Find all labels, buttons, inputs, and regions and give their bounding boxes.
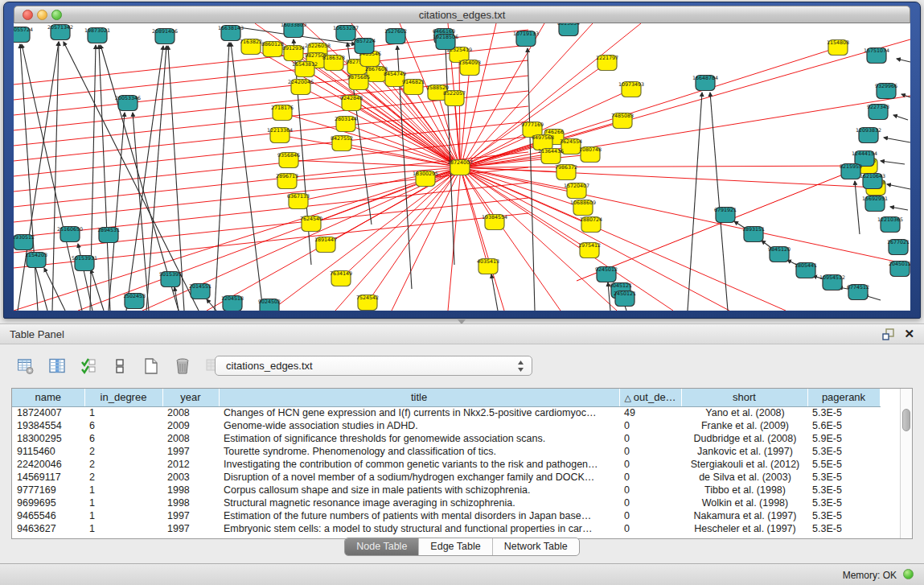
table-selector-dropdown[interactable]: citations_edges.txt (215, 356, 532, 376)
graph-node[interactable]: 21364436 (538, 148, 564, 164)
graph-node[interactable]: 18724007 (447, 159, 473, 175)
graph-node[interactable]: 9875685 (347, 74, 370, 90)
tab-network-table[interactable]: Network Table (493, 538, 579, 555)
window-titlebar[interactable]: citations_edges.txt (14, 6, 910, 23)
graph-node[interactable]: 1527602 (384, 28, 407, 44)
graph-node[interactable]: 1221797 (596, 55, 618, 71)
graph-node[interactable]: 50153931 (72, 255, 97, 271)
cell-view-icon[interactable] (109, 355, 131, 377)
graph-node[interactable]: 1805441 (795, 262, 817, 278)
graph-node[interactable]: 19384554 (482, 214, 507, 230)
graph-node[interactable]: 1080748 (579, 146, 602, 163)
tab-edge-table[interactable]: Edge Table (419, 538, 492, 555)
column-header-out_de[interactable]: △out_de… (619, 389, 681, 406)
table-row[interactable]: 1456911722003Disruption of a novel membe… (12, 471, 880, 484)
graph-node[interactable]: 7986372 (555, 164, 577, 180)
scrollbar-thumb[interactable] (902, 409, 910, 431)
graph-node[interactable]: 10719133 (513, 31, 539, 47)
graph-node[interactable]: 6791921 (714, 207, 737, 223)
column-display-icon[interactable] (46, 355, 68, 377)
graph-node[interactable]: 15720407 (564, 183, 589, 199)
column-header-year[interactable]: year (162, 389, 219, 406)
graph-node[interactable]: 8813054 (557, 23, 580, 36)
graph-node[interactable]: 16638143 (218, 25, 244, 41)
table-row[interactable]: 1872400712008Changes of HCN gene express… (12, 406, 880, 419)
graph-node[interactable]: 1154203 (25, 252, 47, 268)
graph-node[interactable]: 2896713 (276, 173, 298, 189)
graph-node[interactable]: 8522057 (443, 90, 466, 106)
graph-node[interactable]: 5015393 (159, 271, 182, 287)
graph-node[interactable]: 1893151 (742, 226, 765, 242)
create-column-icon[interactable] (140, 355, 162, 377)
graph-node[interactable]: 9024502 (258, 299, 281, 311)
graph-node[interactable]: 10954512 (819, 274, 845, 290)
graph-node[interactable]: 19873021 (84, 27, 110, 43)
delete-column-icon[interactable] (171, 355, 194, 377)
graph-node[interactable]: 12210365 (877, 216, 903, 233)
graph-node[interactable]: 7163822 (240, 39, 262, 55)
column-header-title[interactable]: title (219, 389, 619, 406)
graph-node[interactable]: 16033809 (281, 23, 306, 38)
graph-node[interactable]: 12093832 (856, 127, 881, 143)
graph-node[interactable]: 7524542 (356, 295, 379, 311)
graph-node[interactable]: 1880724 (580, 216, 602, 233)
float-panel-icon[interactable] (882, 328, 895, 341)
table-row[interactable]: 969969511998Structural magnetic resonanc… (12, 496, 880, 509)
graph-node[interactable]: 6774512 (847, 284, 869, 300)
graph-node[interactable]: 10973493 (618, 81, 644, 97)
graph-node[interactable]: 20891406 (152, 28, 178, 44)
table-row[interactable]: 911546021997Tourette syndrome. Phenomeno… (12, 445, 880, 458)
graph-node[interactable]: 15751074 (864, 47, 889, 64)
graph-node[interactable]: 15692951 (862, 196, 888, 212)
graph-node[interactable]: 19218506 (433, 34, 458, 50)
graph-node[interactable]: 2014551 (189, 283, 211, 299)
graph-node[interactable]: 2718176 (271, 105, 294, 121)
graph-node[interactable]: 8860128 (261, 41, 284, 57)
graph-node[interactable]: 9329966 (875, 83, 897, 99)
graph-node[interactable]: 7857224 (353, 38, 376, 54)
graph-node[interactable]: 1364093 (458, 60, 481, 76)
table-mode-icon[interactable] (14, 355, 37, 377)
graph-node[interactable]: 9845120 (768, 246, 791, 262)
graph-node[interactable]: 18300295 (413, 171, 438, 187)
graph-node[interactable]: 8186328 (322, 55, 345, 71)
table-row[interactable]: 2242004622012Investigating the contribut… (12, 458, 880, 471)
row-selection-icon[interactable] (77, 355, 100, 377)
graph-node[interactable]: 22420046 (288, 79, 314, 95)
column-header-name[interactable]: name (12, 389, 84, 406)
graph-node[interactable]: 1154808 (827, 39, 849, 56)
table-vertical-scrollbar[interactable] (900, 389, 912, 538)
graph-node[interactable]: 7634149 (330, 270, 352, 286)
graph-node[interactable]: 2803144 (335, 116, 357, 132)
table-row[interactable]: 946554611997Estimation of the future num… (12, 509, 880, 522)
graph-node[interactable]: 8215953 (840, 163, 862, 179)
graph-node[interactable]: 16543812 (292, 61, 318, 77)
graph-node[interactable]: 9242848 (340, 95, 363, 111)
network-view-canvas[interactable]: 1872400771638228860128891293423226058982… (14, 23, 910, 311)
table-row[interactable]: 1830029562008Estimation of significance … (12, 432, 880, 445)
table-row[interactable]: 1938455462009Genome-wide association stu… (12, 419, 880, 432)
graph-node[interactable]: 1930512 (14, 234, 35, 250)
tab-node-table[interactable]: Node Table (345, 538, 419, 555)
graph-node[interactable]: 2045012 (889, 261, 910, 277)
graph-node[interactable]: 8912934 (282, 45, 305, 61)
close-panel-icon[interactable]: ✕ (904, 327, 914, 341)
column-header-pagerank[interactable]: pagerank (807, 389, 880, 406)
graph-node[interactable]: 2450121 (614, 290, 636, 307)
graph-node[interactable]: 20053346 (115, 95, 141, 111)
graph-node[interactable]: 19055724 (14, 27, 33, 43)
graph-node[interactable]: 8427552 (331, 135, 353, 151)
graph-node[interactable]: 1894531 (97, 227, 120, 243)
graph-node[interactable]: 16648784 (692, 75, 718, 91)
graph-node[interactable]: 12213364 (267, 127, 293, 143)
citation-network-graph[interactable]: 1872400771638228860128891293423226058982… (14, 23, 910, 311)
graph-node[interactable]: 1975412 (578, 242, 601, 258)
graph-node[interactable]: 16210643 (860, 173, 885, 189)
graph-node[interactable]: 9356846 (277, 152, 300, 168)
graph-node[interactable]: 1891447 (314, 237, 337, 253)
column-header-in_degree[interactable]: in_degree (84, 389, 162, 406)
graph-node[interactable]: 7485083 (611, 113, 634, 129)
graph-node[interactable]: 25160650 (57, 226, 83, 242)
graph-node[interactable]: 1204518 (221, 295, 244, 311)
table-row[interactable]: 946362711997Embryonic stem cells: a mode… (12, 522, 880, 535)
